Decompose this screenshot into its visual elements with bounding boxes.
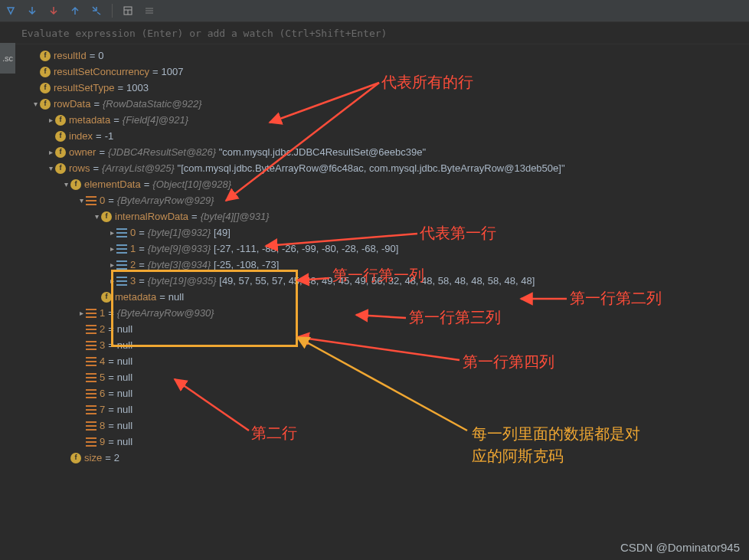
field-icon: f [55, 131, 66, 142]
var-e1[interactable]: ▸1={ByteArrayRow@930} [31, 305, 749, 321]
var-internalRowData[interactable]: ▾finternalRowData={byte[4][]@931} [31, 208, 749, 224]
chevron-down-icon[interactable]: ▾ [46, 160, 55, 176]
chevron-right-icon[interactable]: ▸ [107, 273, 116, 289]
var-b2[interactable]: ▸2={byte[3]@934} [-25, -108, -73] [31, 257, 749, 273]
array-icon [86, 341, 96, 350]
var-rows[interactable]: ▾frows={ArrayList@925} "[com.mysql.jdbc.… [31, 160, 749, 176]
array-icon [86, 309, 96, 318]
step-down-icon[interactable] [26, 5, 38, 17]
var-size[interactable]: fsize=2 [31, 450, 749, 466]
var-e2[interactable]: 2=null [31, 321, 749, 337]
var-index[interactable]: findex=-1 [31, 128, 749, 144]
field-icon: f [101, 292, 112, 303]
field-icon: f [101, 211, 112, 222]
calculator-icon[interactable] [122, 5, 134, 17]
field-icon: f [40, 67, 51, 77]
step-down2-icon[interactable] [47, 5, 60, 17]
var-e5[interactable]: 5=null [31, 369, 749, 385]
chevron-right-icon[interactable]: ▸ [46, 112, 55, 128]
var-e9[interactable]: 9=null [31, 434, 749, 450]
chevron-down-icon[interactable]: ▾ [77, 192, 86, 208]
var-b1[interactable]: ▸1={byte[9]@933} [-27, -111, -88, -26, -… [31, 241, 749, 257]
field-icon: f [55, 147, 66, 158]
chevron-down-icon[interactable]: ▾ [92, 208, 101, 224]
rerun-icon[interactable] [5, 5, 17, 17]
var-e6[interactable]: 6=null [31, 385, 749, 401]
array-icon [116, 228, 127, 237]
field-icon: f [40, 51, 51, 61]
array-icon [86, 437, 96, 447]
var-e4[interactable]: 4=null [31, 353, 749, 369]
var-elementData[interactable]: ▾felementData={Object[10]@928} [31, 176, 749, 192]
array-icon [86, 325, 96, 334]
chevron-right-icon[interactable]: ▸ [107, 241, 116, 257]
field-icon: f [70, 179, 81, 190]
watermark: CSDN @Dominator945 [620, 541, 740, 554]
var-resultSetType[interactable]: fresultSetType=1003 [31, 80, 749, 96]
array-icon [86, 389, 96, 398]
settings-icon[interactable] [143, 5, 155, 17]
array-icon [86, 405, 96, 414]
array-icon [86, 196, 96, 205]
var-rmeta[interactable]: fmetadata=null [31, 289, 749, 305]
chevron-down-icon[interactable]: ▾ [61, 176, 70, 192]
toolbar-separator [112, 4, 113, 18]
var-b3[interactable]: ▸3={byte[19]@935} [49, 57, 55, 57, 45, 4… [31, 273, 749, 289]
var-e7[interactable]: 7=null [31, 401, 749, 418]
var-resultId[interactable]: fresultId=0 [31, 47, 749, 64]
var-metadata[interactable]: ▸fmetadata={Field[4]@921} [31, 112, 749, 128]
var-e8[interactable]: 8=null [31, 418, 749, 434]
var-resultSetConcurrency[interactable]: fresultSetConcurrency=1007 [31, 64, 749, 80]
var-owner[interactable]: ▸fowner={JDBC4ResultSet@826} "com.mysql.… [31, 144, 749, 160]
array-icon [86, 357, 96, 366]
field-icon: f [55, 163, 66, 174]
chevron-right-icon[interactable]: ▸ [107, 224, 116, 241]
array-icon [86, 421, 96, 431]
field-icon: f [40, 83, 51, 93]
var-rowData[interactable]: ▾frowData={RowDataStatic@922} [31, 96, 749, 112]
field-icon: f [70, 453, 81, 463]
array-icon [116, 260, 127, 270]
array-icon [86, 373, 96, 382]
field-icon: f [55, 115, 66, 126]
debug-toolbar [0, 0, 749, 22]
chevron-right-icon[interactable]: ▸ [77, 305, 86, 321]
chevron-right-icon[interactable]: ▸ [46, 144, 55, 160]
step-up-icon[interactable] [69, 5, 81, 17]
array-icon [116, 244, 127, 254]
field-icon: f [40, 99, 51, 110]
evaluate-expression-input[interactable]: Evaluate expression (Enter) or add a wat… [0, 22, 749, 44]
variables-tree: fresultId=0 fresultSetConcurrency=1007 f… [0, 44, 749, 469]
chevron-down-icon[interactable]: ▾ [31, 96, 40, 112]
var-e3[interactable]: 3=null [31, 337, 749, 353]
step-out-icon[interactable] [90, 5, 103, 17]
sidebar-tab[interactable]: .sc [0, 43, 15, 74]
var-e0[interactable]: ▾0={ByteArrayRow@929} [31, 192, 749, 208]
array-icon [116, 277, 127, 286]
chevron-right-icon[interactable]: ▸ [107, 257, 116, 273]
var-b0[interactable]: ▸0={byte[1]@932} [49] [31, 224, 749, 241]
